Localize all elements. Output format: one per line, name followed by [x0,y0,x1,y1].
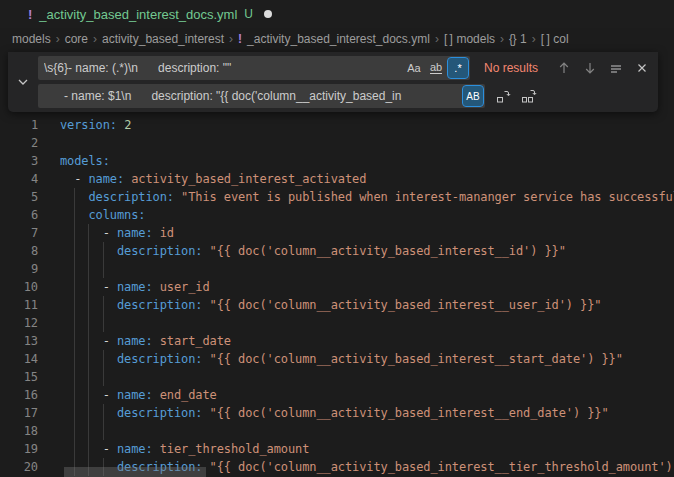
indent-guide [74,242,75,260]
indent-guide [88,422,89,440]
breadcrumb-item[interactable]: !_activity_based_interest_docs.yml [238,32,430,46]
code-line[interactable]: 7 - name: id [0,224,674,242]
code-line-content: - name: start_date [60,332,674,350]
code-line[interactable]: 9 [0,260,674,278]
replace-input[interactable]: - name: $1\n description: "{{ doc('colum… [38,84,485,108]
next-match-button[interactable] [580,58,600,78]
close-icon[interactable] [632,58,652,78]
code-line-content [60,260,674,278]
breadcrumb-item[interactable]: models [12,32,51,46]
code-line[interactable]: 3models: [0,152,674,170]
breadcrumb-label: models [12,32,51,46]
replace-one-icon[interactable] [493,86,513,106]
find-in-selection-button[interactable] [606,58,626,78]
indent-guide [88,350,89,368]
code-line-content: description: "This event is published wh… [60,188,674,206]
code-line[interactable]: 10 - name: user_id [0,278,674,296]
line-number: 8 [0,242,38,260]
code-line[interactable]: 6 columns: [0,206,674,224]
toggle-replace-button[interactable] [8,56,38,108]
find-row: \s{6}- name: (.*)\n description: "" Aa a… [38,56,652,80]
breadcrumb-separator: › [500,32,504,46]
breadcrumb-label: activity_based_interest [102,32,224,46]
tab-active-file[interactable]: ! _activity_based_interest_docs.yml U [0,0,286,28]
indent-guide [103,242,104,260]
breadcrumb-label: models [456,32,495,46]
indent-guide [88,278,89,296]
code-line[interactable]: 13 - name: start_date [0,332,674,350]
code-editor[interactable]: 1version: 223models:4 - name: activity_b… [0,116,674,476]
find-results-status: No results [484,61,546,75]
code-line[interactable]: 1version: 2 [0,116,674,134]
regex-toggle[interactable]: .* [448,58,468,78]
line-number: 20 [0,458,38,476]
code-line-content [60,422,674,440]
indent-guide [74,350,75,368]
tab-bar: ! _activity_based_interest_docs.yml U [0,0,674,28]
line-number: 9 [0,260,38,278]
indent-guide [103,368,104,386]
code-line-content [60,368,674,386]
breadcrumb-label: core [65,32,88,46]
code-line[interactable]: 11 description: "{{ doc('column__activit… [0,296,674,314]
indent-guide [88,332,89,350]
horizontal-scrollbar-thumb[interactable] [64,467,206,477]
whole-word-toggle[interactable]: ab [426,58,446,78]
code-line[interactable]: 18 [0,422,674,440]
line-number: 10 [0,278,38,296]
code-line-content: description: "{{ doc('column__activity_b… [60,404,674,422]
code-line[interactable]: 8 description: "{{ doc('column__activity… [0,242,674,260]
line-number: 1 [0,116,38,134]
find-query-text: \s{6}- name: (.*)\n description: "" [44,61,402,75]
breadcrumb-separator: › [532,32,536,46]
find-input[interactable]: \s{6}- name: (.*)\n description: "" Aa a… [38,56,470,80]
indent-guide [74,188,75,206]
breadcrumb-item[interactable]: [ ]col [541,32,569,46]
indent-guide [74,404,75,422]
line-number: 19 [0,440,38,458]
code-line[interactable]: 2 [0,134,674,152]
breadcrumb-separator: › [93,32,97,46]
indent-guide [88,314,89,332]
indent-guide [103,314,104,332]
code-line-content: - name: id [60,224,674,242]
indent-guide [74,386,75,404]
line-number: 4 [0,170,38,188]
line-number: 17 [0,404,38,422]
whole-word-label: ab [430,62,442,74]
find-nav-buttons [554,58,652,78]
code-line[interactable]: 16 - name: end_date [0,386,674,404]
indent-guide [74,278,75,296]
replace-all-icon[interactable] [519,86,539,106]
code-line-content [60,314,674,332]
code-line-content: description: "{{ doc('column__activity_b… [60,350,674,368]
code-line[interactable]: 19 - name: tier_threshold_amount [0,440,674,458]
line-number: 12 [0,314,38,332]
code-line[interactable]: 17 description: "{{ doc('column__activit… [0,404,674,422]
breadcrumb-item[interactable]: [ ]models [444,32,495,46]
code-line-content: description: "{{ doc('column__activity_b… [60,296,674,314]
yaml-file-icon: ! [28,7,32,22]
previous-match-button[interactable] [554,58,574,78]
code-line[interactable]: 5 description: "This event is published … [0,188,674,206]
indent-guide [103,296,104,314]
indent-guide [74,332,75,350]
indent-guide [88,224,89,242]
breadcrumb-item[interactable]: core [65,32,88,46]
code-line[interactable]: 14 description: "{{ doc('column__activit… [0,350,674,368]
dirty-indicator-dot[interactable] [264,10,272,18]
breadcrumb-item[interactable]: {}1 [509,32,527,46]
preserve-case-toggle[interactable]: AB [463,86,483,106]
indent-guide [88,386,89,404]
code-line[interactable]: 12 [0,314,674,332]
code-line-content: - name: tier_threshold_amount [60,440,674,458]
code-line[interactable]: 4 - name: activity_based_interest_activa… [0,170,674,188]
find-replace-widget: \s{6}- name: (.*)\n description: "" Aa a… [8,52,658,112]
code-line[interactable]: 15 [0,368,674,386]
line-number: 7 [0,224,38,242]
indent-guide [88,260,89,278]
line-number: 16 [0,386,38,404]
indent-guide [103,350,104,368]
breadcrumb-item[interactable]: activity_based_interest [102,32,224,46]
match-case-toggle[interactable]: Aa [404,58,424,78]
